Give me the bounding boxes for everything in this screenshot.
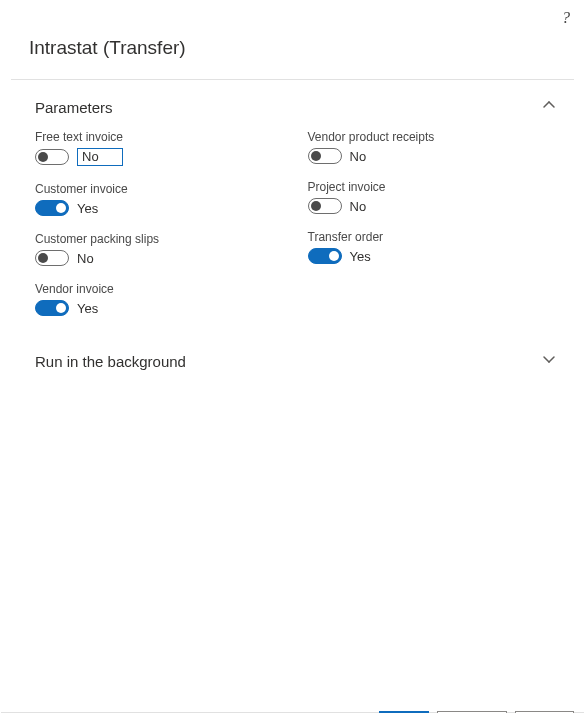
svg-line-1 (549, 102, 554, 107)
parameters-columns: Free text invoice Customer invoice Yes C… (35, 130, 556, 332)
field-customer-invoice: Customer invoice Yes (35, 182, 284, 216)
field-label: Customer invoice (35, 182, 284, 196)
toggle-value: No (77, 251, 94, 266)
toggle-free-text-invoice[interactable] (35, 149, 69, 165)
toggle-transfer-order[interactable] (308, 248, 342, 264)
parameters-header[interactable]: Parameters (35, 80, 556, 130)
toggle-project-invoice[interactable] (308, 198, 342, 214)
field-vendor-product-receipts: Vendor product receipts No (308, 130, 557, 164)
toggle-vendor-product-receipts[interactable] (308, 148, 342, 164)
toggle-value: Yes (77, 301, 98, 316)
intrastat-transfer-dialog: ? Intrastat (Transfer) Parameters Free t… (0, 0, 585, 714)
background-section: Run in the background (1, 332, 584, 370)
chevron-up-icon (542, 98, 556, 116)
field-project-invoice: Project invoice No (308, 180, 557, 214)
toggle-value: No (350, 199, 367, 214)
toggle-value: Yes (350, 249, 371, 264)
toggle-customer-packing-slips[interactable] (35, 250, 69, 266)
field-label: Transfer order (308, 230, 557, 244)
field-free-text-invoice: Free text invoice (35, 130, 284, 166)
field-label: Customer packing slips (35, 232, 284, 246)
background-header[interactable]: Run in the background (35, 332, 556, 370)
field-customer-packing-slips: Customer packing slips No (35, 232, 284, 266)
field-label: Free text invoice (35, 130, 284, 144)
field-vendor-invoice: Vendor invoice Yes (35, 282, 284, 316)
toggle-value-input[interactable] (77, 148, 123, 166)
svg-line-2 (544, 357, 549, 362)
field-transfer-order: Transfer order Yes (308, 230, 557, 264)
field-label: Vendor product receipts (308, 130, 557, 144)
background-title: Run in the background (35, 353, 186, 370)
svg-line-0 (544, 102, 549, 107)
chevron-down-icon (542, 352, 556, 370)
svg-line-3 (549, 357, 554, 362)
parameters-left-column: Free text invoice Customer invoice Yes C… (35, 130, 284, 332)
toggle-value: No (350, 149, 367, 164)
toggle-customer-invoice[interactable] (35, 200, 69, 216)
parameters-title: Parameters (35, 99, 113, 116)
toggle-value: Yes (77, 201, 98, 216)
parameters-section: Parameters Free text invoice Customer in… (1, 80, 584, 332)
dialog-title: Intrastat (Transfer) (1, 1, 584, 79)
parameters-right-column: Vendor product receipts No Project invoi… (308, 130, 557, 332)
field-label: Vendor invoice (35, 282, 284, 296)
dialog-footer: OK Cancel Filter (1, 712, 584, 713)
help-icon[interactable]: ? (562, 9, 570, 27)
field-label: Project invoice (308, 180, 557, 194)
toggle-vendor-invoice[interactable] (35, 300, 69, 316)
